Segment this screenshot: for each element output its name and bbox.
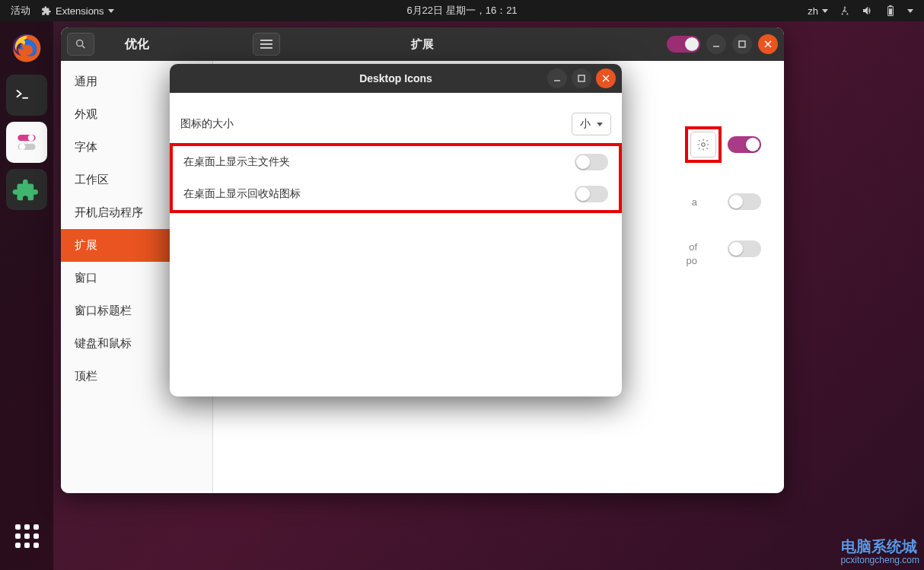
partial-text: of	[689, 241, 697, 253]
firefox-icon	[11, 32, 43, 64]
network-icon[interactable]	[839, 5, 851, 17]
watermark: 电脑系统城 pcxitongcheng.com	[841, 537, 919, 565]
show-home-toggle[interactable]	[575, 154, 608, 170]
icon-size-value: 小	[580, 117, 591, 131]
partial-text: po	[687, 255, 697, 266]
activities-button[interactable]: 活动	[11, 4, 30, 18]
topbar-app-name: Extensions	[56, 5, 104, 17]
tweaks-icon	[11, 127, 42, 158]
dock-apps-grid[interactable]	[6, 515, 47, 556]
dialog-minimize-button[interactable]	[547, 68, 567, 88]
topbar-clock[interactable]: 6月22日 星期一，16：21	[406, 4, 517, 18]
show-trash-row: 在桌面上显示回收站图标	[183, 178, 608, 210]
dock-extensions[interactable]	[6, 169, 47, 210]
dialog-close-button[interactable]	[596, 68, 616, 88]
desktop-icons-dialog: Desktop Icons 图标的大小 小 在桌面上显示主文件夹 在桌面上显示回…	[170, 64, 622, 396]
icon-size-label: 图标的大小	[180, 117, 234, 131]
extension-settings-button[interactable]	[690, 132, 716, 158]
partial-text: a	[692, 196, 697, 208]
dock	[0, 21, 53, 570]
top-bar: 活动 Extensions 6月22日 星期一，16：21 zh	[0, 0, 924, 21]
extension-toggle-1[interactable]	[728, 136, 761, 153]
chevron-down-icon	[822, 9, 828, 13]
search-button[interactable]	[67, 33, 94, 56]
highlight-marker	[685, 126, 722, 163]
dialog-maximize-button[interactable]	[572, 68, 591, 88]
battery-icon[interactable]	[884, 5, 897, 17]
terminal-icon	[12, 84, 41, 106]
svg-rect-17	[739, 41, 745, 47]
svg-line-12	[82, 46, 84, 48]
input-method-indicator[interactable]: zh	[808, 5, 828, 17]
page-title: 扩展	[411, 37, 434, 52]
maximize-button[interactable]	[732, 34, 752, 54]
dialog-title: Desktop Icons	[359, 72, 432, 84]
svg-point-11	[77, 40, 83, 46]
hamburger-icon	[260, 40, 272, 49]
tweaks-header: 优化 扩展	[61, 27, 784, 61]
dock-tweaks[interactable]	[6, 122, 47, 163]
show-trash-toggle[interactable]	[575, 186, 608, 202]
topbar-app-menu[interactable]: Extensions	[41, 5, 114, 17]
volume-icon[interactable]	[862, 5, 874, 17]
dock-terminal[interactable]	[6, 75, 47, 116]
dialog-header: Desktop Icons	[170, 64, 622, 93]
show-trash-label: 在桌面上显示回收站图标	[183, 187, 301, 201]
extension-toggle-2[interactable]	[728, 193, 761, 210]
show-home-label: 在桌面上显示主文件夹	[183, 155, 290, 169]
icon-size-select[interactable]: 小	[572, 113, 611, 135]
extensions-master-toggle[interactable]	[667, 36, 700, 53]
minimize-button[interactable]	[706, 34, 726, 54]
chevron-down-icon	[108, 9, 114, 13]
svg-point-9	[19, 144, 25, 150]
extension-toggle-3[interactable]	[728, 240, 761, 257]
chevron-down-icon	[597, 123, 603, 126]
icon-size-row: 图标的大小 小	[180, 105, 611, 143]
chevron-down-icon	[907, 9, 913, 13]
search-icon	[75, 38, 87, 50]
sidebar-header-title: 优化	[125, 37, 149, 53]
grid-icon	[15, 524, 39, 548]
puzzle-icon	[41, 5, 52, 16]
hamburger-button[interactable]	[253, 33, 280, 56]
svg-rect-5	[11, 127, 42, 158]
svg-point-20	[702, 143, 706, 147]
svg-rect-22	[578, 75, 585, 81]
puzzle-icon	[11, 174, 42, 205]
svg-rect-0	[889, 8, 892, 14]
svg-rect-3	[12, 84, 40, 106]
svg-point-7	[28, 135, 34, 141]
close-button[interactable]	[758, 34, 778, 54]
highlight-frame: 在桌面上显示主文件夹 在桌面上显示回收站图标	[170, 143, 622, 213]
show-home-row: 在桌面上显示主文件夹	[183, 146, 608, 178]
gear-icon	[696, 138, 710, 151]
dock-firefox[interactable]	[6, 27, 47, 68]
